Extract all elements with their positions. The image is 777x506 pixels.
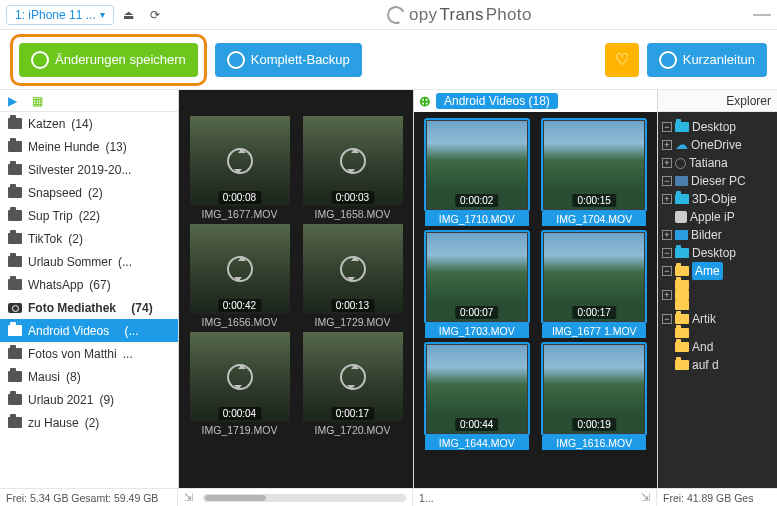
device-thumb[interactable]: 0:00:03IMG_1658.MOV (298, 116, 407, 220)
album-item[interactable]: Meine Hunde (13) (0, 135, 178, 158)
tree-artik[interactable]: Artik (692, 310, 716, 328)
album-label: Mausi (28, 370, 60, 384)
album-label: Meine Hunde (28, 140, 99, 154)
tree-and[interactable]: And (692, 338, 713, 356)
browse-thumb[interactable]: 0:00:17IMG_1677 1.MOV (538, 230, 652, 338)
thumb-duration: 0:00:13 (331, 299, 374, 312)
album-item[interactable]: Katzen (14) (0, 112, 178, 135)
thumb-image: 0:00:13 (303, 224, 403, 314)
thumb-filename: IMG_1616.MOV (542, 436, 646, 450)
tree-3d[interactable]: 3D-Obje (692, 190, 737, 208)
minimize-icon[interactable] (753, 14, 771, 16)
add-icon[interactable]: ⊕ (418, 94, 432, 108)
resize-handle-icon[interactable]: ⇲ (641, 491, 650, 504)
tree-desktop[interactable]: Desktop (692, 118, 736, 136)
tree-onedrive[interactable]: OneDrive (691, 136, 742, 154)
eject-icon[interactable]: ⏏ (118, 4, 140, 26)
explorer-tab[interactable]: Explorer (658, 90, 777, 112)
browse-thumb[interactable]: 0:00:15IMG_1704.MOV (538, 118, 652, 226)
photo-library-label: Foto Mediathek (28, 301, 116, 315)
resize-handle-icon[interactable]: ⇲ (184, 491, 193, 504)
device-dropdown-label: 1: iPhone 11 ... (15, 8, 96, 22)
folder-icon (675, 194, 689, 204)
tree-apple[interactable]: Apple iP (690, 208, 735, 226)
album-item[interactable]: Urlaub 2021 (9) (0, 388, 178, 411)
play-tab-icon[interactable]: ▶ (8, 94, 22, 108)
album-item[interactable]: Urlaub Sommer (... (0, 250, 178, 273)
thumb-duration: 0:00:42 (218, 299, 261, 312)
save-changes-button[interactable]: Änderungen speichern (19, 43, 198, 77)
quick-guide-button[interactable]: Kurzanleitun (647, 43, 767, 77)
album-item[interactable]: zu Hause (2) (0, 411, 178, 434)
guide-icon (659, 51, 677, 69)
album-count: ... (123, 347, 133, 361)
album-item-selected[interactable]: Android Videos (... (0, 319, 178, 342)
folder-icon (8, 210, 22, 221)
thumb-duration: 0:00:17 (573, 306, 616, 319)
device-thumb[interactable]: 0:00:13IMG_1729.MOV (298, 224, 407, 328)
device-thumb[interactable]: 0:00:08IMG_1677.MOV (185, 116, 294, 220)
grid-tab-icon[interactable]: ▦ (32, 94, 46, 108)
thumb-filename: IMG_1729.MOV (315, 316, 391, 328)
sync-icon (227, 256, 253, 282)
thumb-duration: 0:00:08 (218, 191, 261, 204)
thumb-duration: 0:00:04 (218, 407, 261, 420)
tree-desktop2[interactable]: Desktop (692, 244, 736, 262)
device-dropdown[interactable]: 1: iPhone 11 ... ▾ (6, 5, 114, 25)
album-item[interactable]: Mausi (8) (0, 365, 178, 388)
thumb-image: 0:00:19 (544, 345, 644, 433)
album-label: WhatsApp (28, 278, 83, 292)
browse-pane: ⊕ Android Videos (18) 0:00:02IMG_1710.MO… (413, 90, 657, 488)
folder-icon (8, 187, 22, 198)
browse-folder-tag[interactable]: Android Videos (18) (436, 93, 558, 109)
folder-icon (8, 118, 22, 129)
album-item[interactable]: TikTok (2) (0, 227, 178, 250)
help-button[interactable]: ♡ (605, 43, 639, 77)
thumb-image: 0:00:07 (427, 233, 527, 321)
scrollbar[interactable] (203, 494, 406, 502)
browse-thumb[interactable]: 0:00:07IMG_1703.MOV (420, 230, 534, 338)
thumb-duration: 0:00:07 (455, 306, 498, 319)
album-item[interactable]: Silvester 2019-20... (0, 158, 178, 181)
browse-thumb[interactable]: 0:00:44IMG_1644.MOV (420, 342, 534, 450)
album-item[interactable]: Snapseed (2) (0, 181, 178, 204)
album-item[interactable]: Fotos von Matthi ... (0, 342, 178, 365)
thumb-image: 0:00:08 (190, 116, 290, 206)
status-albums-text: Frei: 5.34 GB Gesamt: 59.49 GB (6, 492, 158, 504)
device-thumb[interactable]: 0:00:04IMG_1719.MOV (185, 332, 294, 436)
folder-icon (8, 141, 22, 152)
status-albums: Frei: 5.34 GB Gesamt: 59.49 GB (0, 489, 178, 506)
folder-icon (8, 371, 22, 382)
status-browse: 1...⇲ (413, 489, 657, 506)
tree-ame-selected[interactable]: Ame (692, 262, 723, 280)
backup-button-label: Komplett-Backup (251, 52, 350, 67)
tree-user[interactable]: Tatiana (689, 154, 728, 172)
guide-button-label: Kurzanleitun (683, 52, 755, 67)
refresh-icon[interactable]: ⟳ (144, 4, 166, 26)
thumb-filename: IMG_1677 1.MOV (542, 324, 646, 338)
album-item[interactable]: Sup Trip (22) (0, 204, 178, 227)
status-explorer: Frei: 41.89 GB Ges (657, 489, 777, 506)
album-label: zu Hause (28, 416, 79, 430)
browse-thumb[interactable]: 0:00:19IMG_1616.MOV (538, 342, 652, 450)
album-count: (13) (105, 140, 126, 154)
tree-bilder[interactable]: Bilder (691, 226, 722, 244)
save-button-highlight: Änderungen speichern (10, 34, 207, 86)
photo-library-item[interactable]: Foto Mediathek (74) (0, 296, 178, 319)
full-backup-button[interactable]: Komplett-Backup (215, 43, 362, 77)
tree-pc[interactable]: Dieser PC (691, 172, 746, 190)
app-title: opyTrans Photo (166, 5, 753, 25)
album-count: (2) (85, 416, 100, 430)
folder-icon (8, 348, 22, 359)
album-item[interactable]: WhatsApp (67) (0, 273, 178, 296)
tree-auf[interactable]: auf d (692, 356, 719, 374)
thumb-duration: 0:00:44 (455, 418, 498, 431)
thumb-image: 0:00:44 (427, 345, 527, 433)
album-label: Urlaub 2021 (28, 393, 93, 407)
browse-thumb[interactable]: 0:00:02IMG_1710.MOV (420, 118, 534, 226)
device-thumb[interactable]: 0:00:17IMG_1720.MOV (298, 332, 407, 436)
thumb-image: 0:00:02 (427, 121, 527, 209)
device-pane-header (179, 90, 413, 112)
device-thumb[interactable]: 0:00:42IMG_1656.MOV (185, 224, 294, 328)
explorer-tree[interactable]: −Desktop +☁OneDrive +Tatiana −Dieser PC … (658, 112, 777, 488)
